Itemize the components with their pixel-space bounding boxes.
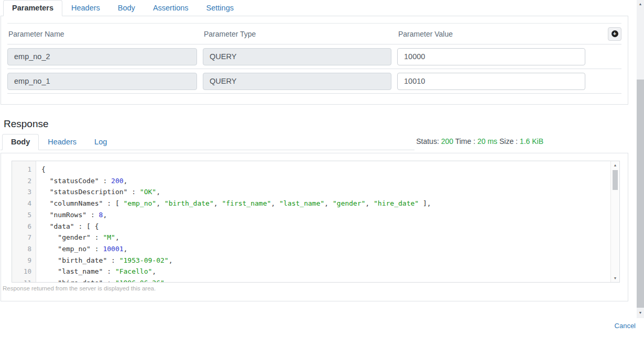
code-line: "statusCode" : 200, — [41, 175, 610, 187]
tab-settings[interactable]: Settings — [198, 0, 243, 16]
code-line: "last_name" : "Facello", — [41, 266, 610, 277]
dialog-footer: Cancel — [0, 318, 644, 337]
line-number: 2 — [12, 175, 31, 187]
response-helper-text: Response returned from the server is dis… — [3, 285, 628, 291]
response-tab-row: Body Headers Log Status: 200 Time : 20 m… — [1, 134, 628, 150]
line-number: 6 — [12, 221, 31, 232]
size-label: Size : — [499, 137, 518, 145]
column-header-value: Parameter Value — [397, 30, 585, 38]
line-number: 10 — [12, 266, 31, 277]
dialog-scroll-area: Parameters Headers Body Assertions Setti… — [0, 0, 637, 318]
page-scrollbar[interactable]: ▲ ▼ — [637, 0, 644, 318]
response-panel: 1234567891011 { "statusCode" : 200, "sta… — [1, 153, 628, 301]
tab-assertions[interactable]: Assertions — [144, 0, 198, 16]
request-tab-bar: Parameters Headers Body Assertions Setti… — [1, 0, 628, 16]
code-line: "columnNames" : [ "emp_no", "birth_date"… — [41, 198, 610, 209]
line-number: 3 — [12, 186, 31, 198]
line-number: 5 — [12, 209, 31, 221]
line-number: 4 — [12, 198, 31, 209]
line-number: 11 — [12, 277, 31, 283]
param-type-input[interactable] — [203, 73, 391, 90]
code-line: "hire_date" : "1986-06-26", — [41, 277, 610, 282]
tab-body[interactable]: Body — [109, 0, 144, 16]
param-value-input[interactable] — [397, 73, 585, 90]
line-number: 8 — [12, 243, 31, 255]
status-value: 200 — [441, 137, 453, 145]
code-line: "numRows" : 8, — [41, 209, 610, 221]
response-tab-log[interactable]: Log — [85, 134, 116, 150]
parameters-table: Parameter Name Parameter Type Parameter … — [7, 23, 621, 94]
scroll-down-icon[interactable]: ▼ — [637, 311, 644, 314]
time-label: Time : — [455, 137, 475, 145]
parameters-panel: Parameter Name Parameter Type Parameter … — [1, 16, 628, 105]
code-line: "birth_date" : "1953-09-02", — [41, 255, 610, 266]
response-tab-body[interactable]: Body — [2, 134, 39, 150]
parameter-row — [7, 44, 621, 69]
size-value: 1.6 KiB — [520, 137, 543, 145]
tab-headers[interactable]: Headers — [62, 0, 109, 16]
scroll-up-icon[interactable]: ▲ — [637, 2, 644, 6]
response-tab-headers[interactable]: Headers — [39, 134, 85, 150]
editor-code[interactable]: { "statusCode" : 200, "statusDescription… — [36, 161, 610, 282]
code-line: "statusDescription" : "OK", — [41, 186, 610, 198]
code-line: "gender" : "M", — [41, 232, 610, 243]
add-parameter-button[interactable]: + — [608, 27, 621, 41]
param-name-input[interactable] — [7, 48, 197, 65]
line-number: 7 — [12, 232, 31, 243]
page-scrollbar-thumb[interactable] — [637, 80, 644, 308]
response-body-editor[interactable]: 1234567891011 { "statusCode" : 200, "sta… — [12, 161, 620, 283]
scroll-up-icon[interactable]: ▲ — [611, 163, 619, 167]
circled-plus-icon: + — [612, 30, 618, 37]
code-line: "data" : [ { — [41, 221, 610, 232]
parameters-table-header: Parameter Name Parameter Type Parameter … — [7, 24, 621, 44]
editor-scrollbar[interactable]: ▲ ▼ — [610, 161, 619, 282]
param-type-input[interactable] — [203, 48, 391, 65]
code-line: "emp_no" : 10001, — [41, 243, 610, 255]
column-header-type: Parameter Type — [203, 30, 391, 38]
status-label: Status: — [416, 137, 439, 145]
response-section-title: Response — [4, 118, 628, 130]
response-tab-bar: Body Headers Log — [1, 134, 414, 150]
line-number: 9 — [12, 255, 31, 266]
scroll-down-icon[interactable]: ▼ — [611, 276, 619, 280]
code-line: { — [41, 164, 610, 175]
line-number: 1 — [12, 164, 31, 175]
cancel-button[interactable]: Cancel — [615, 322, 636, 330]
param-name-input[interactable] — [7, 73, 197, 90]
editor-gutter: 1234567891011 — [12, 161, 36, 282]
rest-test-dialog: Parameters Headers Body Assertions Setti… — [0, 0, 644, 337]
column-header-name: Parameter Name — [7, 30, 197, 38]
time-value: 20 ms — [477, 137, 497, 145]
tab-parameters[interactable]: Parameters — [3, 0, 62, 16]
parameter-row — [7, 69, 621, 94]
param-value-input[interactable] — [397, 48, 585, 65]
editor-scrollbar-thumb[interactable] — [613, 170, 618, 190]
response-status-bar: Status: 200 Time : 20 ms Size : 1.6 KiB — [414, 137, 628, 150]
